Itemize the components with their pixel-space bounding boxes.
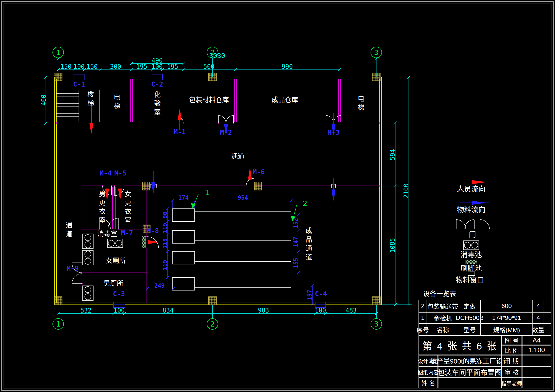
dim-total-width: 3030: [209, 53, 225, 59]
door-label-m1: M-1: [174, 129, 186, 135]
dim-conv-box-w: 174: [178, 195, 189, 201]
door-label-m9: M-9: [67, 265, 79, 272]
titleblock-sheet-number: 第 4 张 共 6 张: [418, 335, 501, 355]
room-label-men-changing: 男更衣室: [98, 190, 105, 226]
titleblock-review-label: 审 核: [501, 366, 522, 378]
material-window-symbols: [150, 184, 336, 188]
leader-label-1: 1: [205, 189, 209, 196]
room-label-lab: 化验室: [153, 91, 160, 118]
dimensions-blue: [146, 200, 314, 306]
dim-conv-left-2: 115: [162, 238, 168, 249]
door-label-m4: M-4: [100, 170, 112, 177]
grid-bubble-1-bottom: 1: [52, 318, 64, 330]
room-label-disinfection: 消毒室: [97, 231, 117, 237]
personnel-flow-arrows: [90, 106, 489, 244]
equip-cell-r1c2: DCH500B: [459, 312, 481, 324]
door-label-m8: M-8: [147, 228, 159, 234]
titleblock-date-label: 日 期: [501, 355, 522, 366]
dim-left-height: 400: [41, 95, 47, 106]
equip-cell-r0c1: 包装输送带: [427, 300, 459, 312]
dim-top-4: 195: [136, 64, 147, 70]
equip-cell-r0c0: 2: [418, 300, 427, 312]
room-label-stairs: 楼梯: [87, 91, 93, 108]
dim-top-1: 100: [73, 64, 85, 70]
legend-material-window: 物料窗口: [456, 277, 484, 284]
conveyor-lines: [172, 209, 291, 290]
room-label-finished-warehouse: 成品仓库: [271, 97, 298, 103]
room-label-women-toilet: 女厕所: [106, 257, 126, 264]
dim-right-upper: 594: [390, 149, 396, 160]
dim-top-3: 300: [110, 64, 121, 70]
legend-door: 门: [469, 231, 476, 238]
legend-material-flow: 物料流向: [457, 206, 485, 213]
dim-c4-offset: 197: [307, 290, 313, 300]
legend-personnel-flow: 人员流向: [457, 185, 485, 192]
equip-cell-r1c4: 4: [533, 312, 544, 324]
dim-conv-right-0: 152: [293, 218, 299, 228]
window-label-c3: C-3: [113, 291, 125, 297]
window-label-c1: C-1: [73, 81, 85, 88]
dim-top-sub: 490: [152, 57, 163, 64]
dim-top-5: 100: [152, 64, 163, 70]
dim-top-8: 990: [282, 64, 293, 70]
material-flow-arrows: [152, 113, 489, 204]
equip-cell-r0c4: 4: [533, 300, 544, 312]
dim-conv-belt-w: 954: [238, 195, 248, 201]
room-label-packing-material-warehouse: 包装材料仓库: [189, 97, 229, 103]
room-label-elevator-right: 电梯: [357, 95, 364, 113]
door-label-m2: M-2: [220, 129, 232, 136]
titleblock-design-value: 年产量900t的果冻工厂设计: [438, 355, 501, 366]
equip-cell-r2c0: 序号: [418, 323, 427, 336]
grid-bubble-3-bottom: 3: [371, 318, 382, 330]
equip-cell-r2c3: 规格(MM): [480, 323, 533, 336]
dim-top-2: 150: [87, 64, 98, 70]
titleblock-review-value: [522, 366, 551, 378]
equip-cell-r0c3: 600: [480, 300, 533, 312]
dim-bottom-1: 100: [114, 307, 125, 314]
door-label-m5: M-5: [114, 170, 126, 177]
dim-top-7: 500: [204, 64, 215, 70]
equip-cell-r2c4: 数量: [533, 323, 544, 336]
titleblock-name-label: 姓 名: [418, 378, 438, 388]
cad-sheet: 1 2 3 1 2 3 3030 150 100 150 300 195 100…: [0, 0, 555, 392]
room-label-men-toilet: 男厕所: [103, 280, 124, 287]
equip-cell-r2c1: 名称: [427, 323, 459, 336]
titleblock-scale-value: 1:100: [522, 345, 551, 355]
door-label-m7: M-7: [121, 230, 133, 236]
legend-disinfect-pool: 消毒池: [460, 251, 482, 258]
equip-cell-r0c2: 定做: [459, 300, 481, 312]
room-label-women-changing: 女更衣室: [124, 190, 131, 226]
titleblock-figno-value: A4: [522, 335, 551, 345]
titleblock-name-value: [438, 378, 501, 388]
dim-right-total: 2100: [403, 184, 409, 199]
equipment-table-title: 设备一览表: [423, 291, 456, 297]
titleblock-figno-label: 图 号: [501, 335, 522, 345]
window-label-c2: C-2: [151, 81, 163, 88]
leader-label-2: 2: [303, 200, 307, 207]
dim-conv-left-1: 119: [162, 223, 168, 233]
dim-conv-right-2: 155: [293, 258, 299, 268]
dim-top-0: 150: [60, 64, 72, 70]
room-label-elevator-left: 电梯: [113, 94, 120, 111]
equip-cell-r1c0: 1: [418, 312, 427, 324]
door-label-m3: M-3: [328, 129, 340, 136]
dim-bottom-5: 483: [346, 307, 357, 314]
titleblock-drawing-label: 图纸内容: [418, 366, 438, 378]
dim-top-6: 195: [167, 64, 178, 70]
dim-conv-right-1: 147: [293, 237, 299, 247]
dim-bottom-3: 983: [258, 307, 269, 314]
room-label-corridor: 通道: [231, 153, 244, 160]
dim-bottom-2: 834: [163, 307, 174, 314]
dim-conv-left-3: 119: [162, 260, 168, 270]
dim-bottom-4: 100: [315, 307, 326, 314]
dim-conv-left-0: 90: [162, 212, 168, 219]
titleblock-drawing-value: 包装车间平面布置图: [438, 366, 501, 378]
titleblock-scale-label: 比 例: [501, 345, 522, 355]
equip-cell-r0c5: [544, 300, 551, 312]
titleblock-advisor-value: [522, 378, 551, 388]
equip-cell-r1c1: 金检机: [427, 312, 459, 324]
room-label-finished-corridor: 成品通道: [305, 227, 311, 262]
equip-cell-r1c5: [544, 312, 551, 324]
dim-bottom-0: 532: [80, 307, 92, 314]
dim-toilet-w: 249: [154, 283, 165, 289]
